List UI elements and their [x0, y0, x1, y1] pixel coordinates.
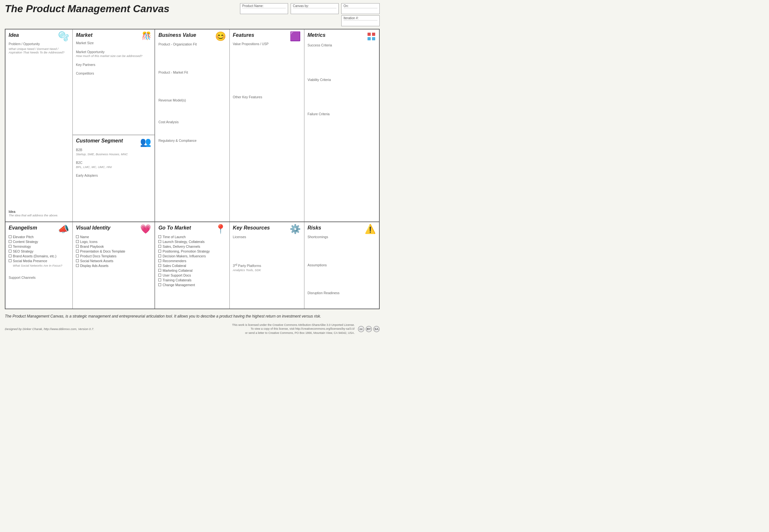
biz-cost: Cost Analysis	[158, 120, 226, 125]
svg-rect-2	[368, 37, 371, 40]
feat-icon: 🟪	[290, 32, 301, 41]
canvas-by-field[interactable]: Canvas by:	[291, 3, 339, 14]
cs-icon: 👥	[140, 138, 151, 147]
ev-elevator-label: Elevator Pitch	[13, 235, 34, 239]
vi-prod-label: Product Docs Templates	[80, 254, 117, 258]
ev-social-checkbox	[9, 259, 12, 262]
gtm-launch-strategy-cb	[158, 240, 161, 243]
evangelism-icon: 📣	[58, 225, 69, 234]
market-competitors: Competitors	[76, 71, 151, 76]
kr-title: Key Resources	[233, 225, 270, 231]
on-field[interactable]: On:	[341, 3, 380, 14]
vi-display-label: Display Ads Assets	[80, 264, 109, 268]
canvas-by-label: Canvas by:	[293, 4, 336, 8]
ev-content-label: Content Strategy	[13, 240, 38, 244]
on-iteration-group: On: Iteration #:	[341, 3, 380, 26]
canvas-by-value	[293, 9, 336, 13]
cs-b2b-label: B2B	[76, 148, 82, 152]
by-icon: BY	[366, 326, 372, 332]
feat-title: Features	[233, 32, 255, 38]
evangelism-section: Evangelism 📣 Elevator Pitch Content Stra…	[5, 222, 73, 309]
risks-icon: ⚠️	[365, 225, 376, 234]
market-section: Market 🎊 Market Size Market Opportunity …	[73, 29, 155, 222]
gtm-training-label: Training Collaterals	[162, 278, 191, 282]
market-size: Market Size	[76, 41, 151, 45]
feat-header: Features 🟪	[233, 32, 301, 41]
cs-b2c-label: B2C	[76, 161, 82, 165]
cs-b2c: B2C BPL, LMC, MC, UMC, HNI	[76, 161, 151, 169]
svg-rect-1	[372, 33, 375, 36]
gtm-training-cb	[158, 278, 161, 281]
vi-name-checkbox	[76, 235, 79, 238]
cs-b2b: B2B Startup, SME, Business Houses, MNC	[76, 148, 151, 156]
gtm-launch-time-label: Time of Launch	[162, 235, 185, 239]
top-block: Idea 🫧 Problem / Opportunity What Unique…	[5, 29, 379, 222]
cc-icon: cc	[358, 326, 364, 332]
kr-third-party-label: 3rd Party Platforms	[233, 264, 261, 268]
risks-disruption: Disruption Readiness	[308, 291, 376, 295]
ev-terminology-label: Terminology	[13, 245, 31, 248]
customer-segment-section: Customer Segment 👥 B2B Startup, SME, Bus…	[73, 135, 155, 222]
metrics-section: Metrics Success Criteria Viability Crite…	[304, 29, 379, 222]
metrics-header: Metrics	[308, 32, 376, 42]
svg-rect-0	[368, 33, 371, 36]
main-canvas: Idea 🫧 Problem / Opportunity What Unique…	[5, 29, 380, 309]
gtm-launch-strategy: Launch Strategy, Collaterals	[158, 240, 226, 244]
vi-prod: Product Docs Templates	[76, 254, 151, 258]
license-line2: To view a copy of this license, visit ht…	[251, 327, 355, 330]
biz-icon: 😊	[215, 32, 226, 41]
gtm-launch-time-cb	[158, 235, 161, 238]
vi-social: Social Network Assets	[76, 259, 151, 263]
on-value	[344, 9, 377, 13]
biz-regulatory: Regulatory & Compliance	[158, 139, 226, 143]
gtm-sales-channels-cb	[158, 245, 161, 248]
gtm-user-support-label: User Support Docs	[162, 273, 191, 277]
gtm-change-mgmt-cb	[158, 283, 161, 286]
market-icon: 🎊	[142, 32, 151, 40]
page: The Product Management Canvas Product Na…	[0, 0, 384, 338]
gtm-positioning-label: Positioning, Promotion Strategy	[162, 249, 210, 253]
gtm-sales-collateral-cb	[158, 264, 161, 267]
metrics-icon-svg	[367, 32, 376, 41]
risks-section: Risks ⚠️ Shortcomings Assumptions Disrup…	[304, 222, 379, 309]
metrics-icon	[367, 32, 376, 42]
market-header: Market 🎊	[76, 32, 151, 40]
gtm-recommenders-cb	[158, 259, 161, 262]
gtm-training: Training Collaterals	[158, 278, 226, 282]
risks-shortcomings: Shortcomings	[308, 235, 376, 239]
biz-market-fit: Product - Market Fit	[158, 70, 226, 75]
kr-icon: ⚙️	[290, 225, 301, 234]
business-value-section: Business Value 😊 Product - Organization …	[155, 29, 230, 222]
gtm-title: Go To Market	[158, 225, 191, 231]
iteration-field[interactable]: Iteration #:	[341, 15, 380, 26]
market-title: Market	[76, 32, 93, 38]
market-top: Market 🎊 Market Size Market Opportunity …	[73, 29, 155, 135]
idea-subtitle: Problem / Opportunity	[9, 42, 69, 46]
vi-name: Name	[76, 235, 151, 239]
vi-social-label: Social Network Assets	[80, 259, 113, 263]
go-to-market-section: Go To Market 📍 Time of Launch Launch Str…	[155, 222, 230, 309]
gtm-decision-makers-label: Decision Makers, Influencers	[162, 254, 206, 258]
product-name-field[interactable]: Product Name:	[240, 3, 288, 14]
gtm-sales-channels: Sales, Delivery Channels	[158, 245, 226, 248]
vi-header: Visual Identity 💗	[76, 225, 151, 234]
sa-icon: SA	[373, 326, 380, 332]
biz-header: Business Value 😊	[158, 32, 226, 41]
ev-terminology: Terminology	[9, 245, 69, 248]
ev-brand-label: Brand Assets (Domains, etc.)	[13, 254, 56, 258]
license-line3: or send a letter to Creative Commons, PO…	[245, 331, 355, 335]
vi-prod-checkbox	[76, 254, 79, 257]
risks-title: Risks	[308, 225, 321, 231]
cs-early-adopters: Early Adopters	[76, 173, 151, 178]
idea-italic: What Unique Need / Dormant Need / Aspira…	[9, 47, 69, 54]
idea-italic2: The idea that will address the above.	[9, 214, 69, 217]
footer-bottom: Designed by Dinker Charak, http://www.dd…	[5, 323, 380, 335]
key-resources-section: Key Resources ⚙️ Licenses 3rd Party Plat…	[230, 222, 304, 309]
evangelism-title: Evangelism	[9, 225, 37, 231]
features-section: Features 🟪 Value Propositions / USP Othe…	[230, 29, 304, 222]
idea-label: Idea	[9, 208, 69, 214]
gtm-marketing-collateral-label: Marketing Collateral	[162, 269, 192, 272]
on-label: On:	[344, 4, 377, 8]
header-fields: Product Name: Canvas by: On: Iteration #…	[240, 3, 380, 26]
gtm-launch-time: Time of Launch	[158, 235, 226, 239]
